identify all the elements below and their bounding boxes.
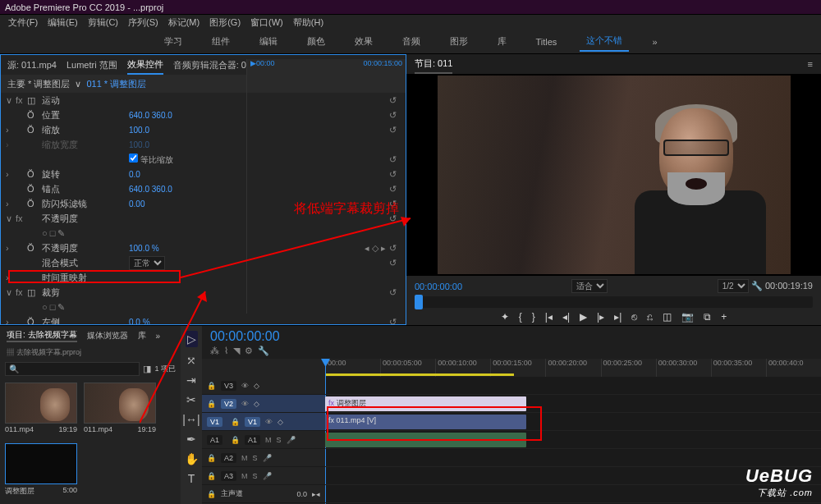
prop-opacity[interactable]: 不透明度 — [39, 242, 129, 254]
menu-help[interactable]: 帮助(H) — [288, 16, 328, 29]
toggle-output-icon[interactable]: ◇ — [277, 418, 283, 426]
link-icon[interactable]: ⌇ — [224, 346, 228, 356]
play-icon[interactable]: ▶ — [580, 311, 587, 323]
prop-flicker[interactable]: 防闪烁滤镜 — [39, 198, 129, 210]
solo-icon[interactable]: S — [253, 472, 258, 480]
track-v2[interactable]: V2 — [221, 399, 236, 409]
lock-icon[interactable]: 🔒 — [231, 436, 240, 444]
project-search-input[interactable] — [5, 362, 140, 376]
step-back-icon[interactable]: ◂| — [562, 311, 570, 323]
mute-icon[interactable]: M — [241, 472, 248, 480]
eye-icon[interactable]: 👁 — [265, 418, 273, 426]
lock-icon[interactable]: 🔒 — [207, 454, 216, 462]
bin-item[interactable]: 011.mp419:19 — [84, 383, 156, 437]
project-filter-icon[interactable]: ◨ — [143, 364, 151, 374]
ws-color[interactable]: 颜色 — [300, 32, 332, 51]
resolution-select[interactable]: 1/2 — [718, 279, 749, 293]
tab-program[interactable]: 节目: 011 — [415, 55, 452, 74]
lock-icon[interactable]: 🔒 — [207, 472, 216, 480]
ws-overflow-icon[interactable]: » — [645, 34, 663, 50]
lift-icon[interactable]: ⎋ — [631, 311, 637, 323]
mute-icon[interactable]: M — [241, 454, 248, 462]
blend-mode-select[interactable]: 正常 — [129, 256, 165, 270]
add-marker-icon[interactable]: ✦ — [501, 311, 509, 323]
prop-motion[interactable]: 运动 — [39, 94, 129, 107]
go-in-icon[interactable]: |◂ — [545, 311, 553, 323]
track-master[interactable]: 主声道 — [221, 488, 243, 499]
tab-project[interactable]: 项目: 去除视频字幕 — [7, 329, 77, 342]
settings-icon[interactable]: ⚙ — [245, 346, 253, 356]
bin-item[interactable]: 011.mp419:19 — [5, 383, 77, 437]
tab-audio-mixer[interactable]: 音频剪辑混合器: 011 — [173, 57, 256, 74]
marker-icon[interactable]: ◥ — [233, 346, 240, 356]
source-v1[interactable]: V1 — [207, 417, 222, 427]
tab-media-browser[interactable]: 媒体浏览器 — [87, 330, 128, 341]
track-select-tool-icon[interactable]: ⤱ — [186, 354, 196, 367]
prop-scale[interactable]: 缩放 — [39, 124, 129, 136]
wrench-icon[interactable]: 🔧 — [258, 346, 269, 356]
razor-tool-icon[interactable]: ✂ — [186, 393, 196, 406]
button-editor-icon[interactable]: + — [721, 311, 727, 323]
selection-tool-icon[interactable]: ▷ — [186, 331, 198, 347]
toggle-output-icon[interactable]: ◇ — [254, 400, 259, 408]
tab-lumetri[interactable]: Lumetri 范围 — [67, 57, 117, 74]
scrubber-playhead[interactable] — [415, 295, 423, 309]
lock-icon[interactable]: 🔒 — [207, 490, 216, 498]
track-a2[interactable]: A2 — [221, 453, 236, 463]
voice-icon[interactable]: 🎤 — [263, 472, 272, 480]
eye-icon[interactable]: 👁 — [241, 382, 249, 390]
ws-learn[interactable]: 学习 — [158, 32, 189, 51]
go-out-icon[interactable]: ▸| — [614, 311, 621, 323]
ws-graphics[interactable]: 图形 — [443, 32, 475, 51]
prop-position[interactable]: 位置 — [39, 109, 129, 121]
mute-icon[interactable]: M — [265, 436, 272, 444]
bin-item[interactable]: 调整图层5:00 — [5, 443, 77, 500]
extract-icon[interactable]: ⎌ — [647, 311, 653, 323]
settings-icon[interactable]: 🔧 — [751, 281, 763, 291]
compare-icon[interactable]: ⧉ — [704, 311, 711, 323]
ws-editing[interactable]: 编辑 — [253, 32, 284, 51]
menu-file[interactable]: 文件(F) — [3, 16, 43, 29]
ws-libraries[interactable]: 库 — [491, 32, 513, 51]
camera-icon[interactable]: 📷 — [681, 311, 694, 323]
timeline-timecode[interactable]: 00:00:00:00 — [210, 329, 813, 344]
export-frame-icon[interactable]: ◫ — [663, 311, 672, 323]
source-a1[interactable]: A1 — [207, 435, 222, 445]
clip-audio[interactable] — [325, 433, 526, 447]
menu-graphics[interactable]: 图形(G) — [204, 16, 245, 29]
track-a1[interactable]: A1 — [245, 435, 260, 445]
prop-rotation[interactable]: 旋转 — [39, 168, 129, 181]
menu-edit[interactable]: 编辑(E) — [43, 16, 83, 29]
slip-tool-icon[interactable]: |↔| — [182, 413, 200, 426]
lock-icon[interactable]: 🔒 — [207, 400, 216, 408]
solo-icon[interactable]: S — [253, 454, 258, 462]
track-v3[interactable]: V3 — [221, 381, 236, 391]
hand-tool-icon[interactable]: ✋ — [185, 452, 199, 465]
voice-icon[interactable]: 🎤 — [263, 454, 272, 462]
ws-custom[interactable]: 这个不错 — [580, 31, 629, 52]
lock-icon[interactable]: 🔒 — [207, 382, 216, 390]
mark-in-icon[interactable]: { — [519, 311, 522, 323]
prop-blend[interactable]: 混合模式 — [39, 257, 129, 269]
sequence-clip-label[interactable]: 011 * 调整图层 — [86, 78, 146, 90]
toggle-output-icon[interactable]: ◇ — [254, 382, 259, 390]
type-tool-icon[interactable]: T — [188, 472, 195, 485]
eye-icon[interactable]: 👁 — [241, 400, 249, 408]
program-tc-in[interactable]: 00:00:00:00 — [415, 282, 462, 291]
prop-anchor[interactable]: 锚点 — [39, 183, 129, 195]
fit-select[interactable]: 适合 — [571, 279, 608, 293]
menu-sequence[interactable]: 序列(S) — [123, 16, 163, 29]
pen-tool-icon[interactable]: ✒ — [186, 433, 196, 446]
val-crop-left[interactable]: 0.0 % — [129, 318, 389, 325]
prop-opacity-group[interactable]: 不透明度 — [39, 213, 129, 225]
work-area-bar[interactable] — [325, 373, 514, 376]
solo-icon[interactable]: S — [277, 436, 282, 444]
voice-icon[interactable]: 🎤 — [287, 436, 296, 444]
prop-timeremap[interactable]: 时间重映射 — [39, 272, 129, 284]
track-a3[interactable]: A3 — [221, 471, 236, 481]
clip-video[interactable]: fx 011.mp4 [V] — [325, 415, 526, 429]
meter-icon[interactable]: ▸◂ — [312, 490, 320, 498]
tab-effect-controls[interactable]: 效果控件 — [127, 56, 163, 75]
tab-source[interactable]: 源: 011.mp4 — [7, 57, 57, 74]
step-fwd-icon[interactable]: |▸ — [597, 311, 604, 323]
